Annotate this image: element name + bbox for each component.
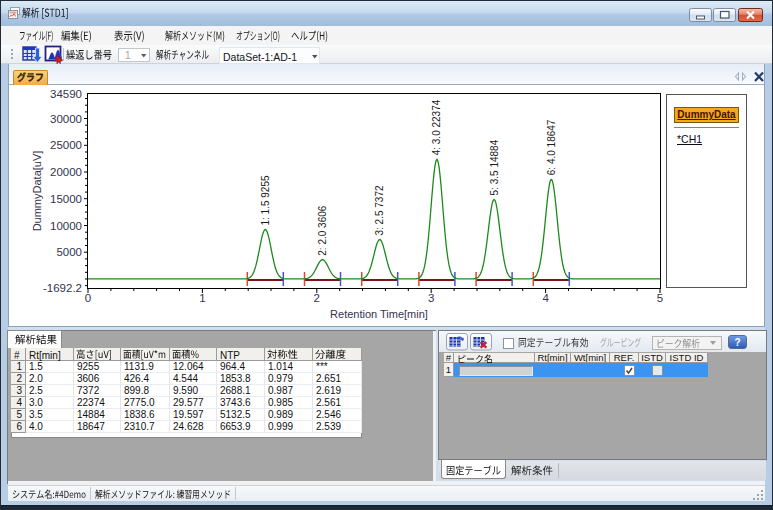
svg-text:25000: 25000 [50,139,82,151]
svg-text:-1692.2: -1692.2 [43,282,82,294]
svg-text:3: 2.5 7372: 3: 2.5 7372 [374,185,385,235]
svg-text:15000: 15000 [50,193,82,205]
svg-text:1: 1 [199,292,205,304]
svg-text:3: 3 [428,292,434,304]
svg-text:5000: 5000 [56,246,82,258]
svg-text:4: 4 [542,292,549,304]
svg-text:4: 3.0 22374: 4: 3.0 22374 [431,99,442,155]
svg-text:34590: 34590 [50,88,82,100]
svg-text:10000: 10000 [50,220,82,232]
svg-text:5: 3.5 14884: 5: 3.5 14884 [489,139,500,195]
svg-text:6: 4.0 18647: 6: 4.0 18647 [546,119,557,175]
svg-text:2: 2 [314,292,320,304]
svg-text:5: 5 [657,292,663,304]
svg-text:DummyData[uV]: DummyData[uV] [31,151,43,232]
svg-text:1: 1.5 9255: 1: 1.5 9255 [260,175,271,225]
svg-text:20000: 20000 [50,166,82,178]
svg-text:2: 2.0 3606: 2: 2.0 3606 [317,205,328,255]
svg-text:30000: 30000 [50,113,82,125]
svg-text:Retention Time[min]: Retention Time[min] [330,308,428,320]
svg-text:0: 0 [85,292,91,304]
